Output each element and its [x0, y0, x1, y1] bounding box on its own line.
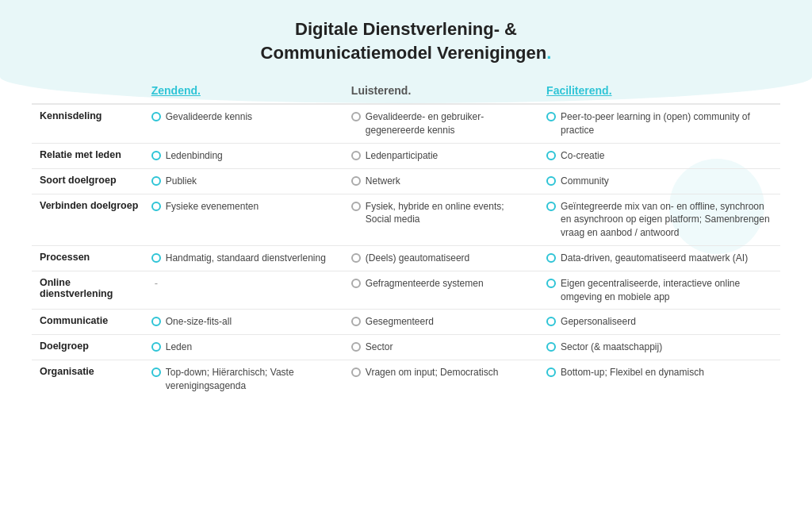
row-label: Soort doelgroep: [32, 168, 144, 194]
table-row: Relatie met ledenLedenbindingLedenpartic…: [32, 143, 780, 168]
cell-text: Community: [561, 175, 609, 188]
table-row: KennisdelingGevalideerde kennisGevalidee…: [32, 104, 780, 143]
table-cell: Ledenbinding: [144, 143, 343, 168]
row-label: Relatie met leden: [32, 143, 144, 168]
comparison-table: Zendend. Luisterend. Faciliterend. Kenni…: [32, 79, 780, 398]
row-label: Kennisdeling: [32, 104, 144, 143]
table-cell: One-size-fits-all: [144, 310, 343, 335]
circle-icon: [351, 368, 361, 377]
page-title: Digitale Dienstverlening- & Communicatie…: [0, 0, 812, 64]
cell-text: Co-creatie: [561, 149, 604, 163]
circle-icon: [351, 342, 361, 352]
cell-text: Publiek: [166, 175, 197, 188]
row-label: Organisatie: [32, 360, 144, 398]
cell-text: Peer-to-peer learning in (open) communit…: [561, 110, 772, 137]
table-cell: Handmatig, standaard dienstverlening: [144, 245, 343, 271]
table-cell: Co-creatie: [538, 143, 780, 168]
table-row: CommunicatieOne-size-fits-allGesegmentee…: [32, 310, 780, 335]
table-cell: Bottom-up; Flexibel en dynamisch: [538, 360, 780, 398]
table-row: Soort doelgroepPubliekNetwerkCommunity: [32, 168, 780, 194]
cell-text: Gefragmenteerde systemen: [366, 277, 484, 291]
table-cell: Community: [538, 168, 780, 194]
cell-text: Ledenparticipatie: [366, 149, 438, 163]
cell-text: Vragen om input; Democratisch: [366, 366, 499, 379]
circle-icon: [351, 151, 361, 160]
cell-text: Gesegmenteerd: [366, 315, 434, 329]
table-row: OrganisatieTop-down; Hiërarchisch; Vaste…: [32, 360, 780, 398]
cell-dash: -: [151, 277, 158, 289]
cell-text: Netwerk: [366, 175, 400, 188]
col-header-zendend: Zendend.: [144, 79, 343, 104]
circle-icon: [546, 368, 556, 377]
cell-text: Gevalideerde- en gebruiker-gegenereerde …: [366, 110, 530, 137]
table-cell: Eigen gecentraliseerde, interactieve onl…: [538, 271, 780, 310]
circle-icon: [151, 202, 161, 211]
cell-text: Eigen gecentraliseerde, interactieve onl…: [561, 277, 772, 304]
cell-text: Geïntegreerde mix van on- en offline, sy…: [561, 200, 772, 240]
table-cell: Publiek: [144, 168, 343, 194]
table-cell: Netwerk: [343, 168, 538, 194]
circle-icon: [546, 253, 556, 263]
table-cell: Gepersonaliseerd: [538, 310, 780, 335]
table-cell: Peer-to-peer learning in (open) communit…: [538, 104, 780, 143]
cell-text: (Deels) geautomatiseerd: [366, 252, 469, 265]
circle-icon: [546, 176, 556, 186]
row-label: Processen: [32, 245, 144, 271]
table-cell: (Deels) geautomatiseerd: [343, 245, 538, 271]
table-cell: Gevalideerde kennis: [144, 104, 343, 143]
circle-icon: [351, 202, 361, 211]
table-cell: Top-down; Hiërarchisch; Vaste vereniging…: [144, 360, 343, 398]
table-cell: Geïntegreerde mix van on- en offline, sy…: [538, 194, 780, 245]
table-cell: Sector (& maatschappij): [538, 335, 780, 360]
col-header-label: [32, 79, 144, 104]
main-content: Zendend. Luisterend. Faciliterend. Kenni…: [0, 64, 812, 398]
circle-icon: [351, 112, 361, 121]
table-row: Verbinden doelgroepFysieke evenementenFy…: [32, 194, 780, 245]
table-row: Online dienstverlening-Gefragmenteerde s…: [32, 271, 780, 310]
cell-text: One-size-fits-all: [166, 315, 232, 329]
circle-icon: [546, 342, 556, 352]
row-label: Doelgroep: [32, 335, 144, 360]
circle-icon: [151, 253, 161, 263]
circle-icon: [151, 342, 161, 352]
cell-text: Sector (& maatschappij): [561, 341, 662, 354]
cell-text: Leden: [166, 341, 192, 354]
row-label: Online dienstverlening: [32, 271, 144, 310]
table-cell: Fysieke evenementen: [144, 194, 343, 245]
table-row: DoelgroepLedenSectorSector (& maatschapp…: [32, 335, 780, 360]
table-cell: Data-driven, geautomatiseerd maatwerk (A…: [538, 245, 780, 271]
circle-icon: [546, 112, 556, 121]
cell-text: Ledenbinding: [166, 149, 223, 163]
table-cell: Ledenparticipatie: [343, 143, 538, 168]
row-label: Communicatie: [32, 310, 144, 335]
table-cell: Sector: [343, 335, 538, 360]
title-line2: Communicatiemodel Verenigingen.: [0, 41, 812, 65]
circle-icon: [351, 176, 361, 186]
circle-icon: [351, 317, 361, 326]
circle-icon: [546, 317, 556, 326]
col-header-faciliterend: Faciliterend.: [538, 79, 780, 104]
circle-icon: [151, 317, 161, 326]
cell-text: Gevalideerde kennis: [166, 110, 252, 124]
circle-icon: [151, 368, 161, 377]
cell-text: Fysieke evenementen: [166, 200, 259, 214]
table-cell: Gevalideerde- en gebruiker-gegenereerde …: [343, 104, 538, 143]
table-cell: Leden: [144, 335, 343, 360]
table-cell: Gesegmenteerd: [343, 310, 538, 335]
circle-icon: [351, 253, 361, 263]
circle-icon: [151, 112, 161, 121]
circle-icon: [546, 202, 556, 211]
circle-icon: [546, 279, 556, 288]
circle-icon: [151, 176, 161, 186]
cell-text: Data-driven, geautomatiseerd maatwerk (A…: [561, 252, 748, 265]
row-label: Verbinden doelgroep: [32, 194, 144, 245]
table-cell: Fysiek, hybride en online events; Social…: [343, 194, 538, 245]
table-row: ProcessenHandmatig, standaard dienstverl…: [32, 245, 780, 271]
cell-text: Bottom-up; Flexibel en dynamisch: [561, 366, 704, 379]
table-cell: Gefragmenteerde systemen: [343, 271, 538, 310]
table-cell: Vragen om input; Democratisch: [343, 360, 538, 398]
title-line1: Digitale Dienstverlening- &: [0, 17, 812, 41]
table-cell: -: [144, 271, 343, 310]
cell-text: Fysiek, hybride en online events; Social…: [366, 200, 530, 227]
cell-text: Sector: [366, 341, 393, 354]
